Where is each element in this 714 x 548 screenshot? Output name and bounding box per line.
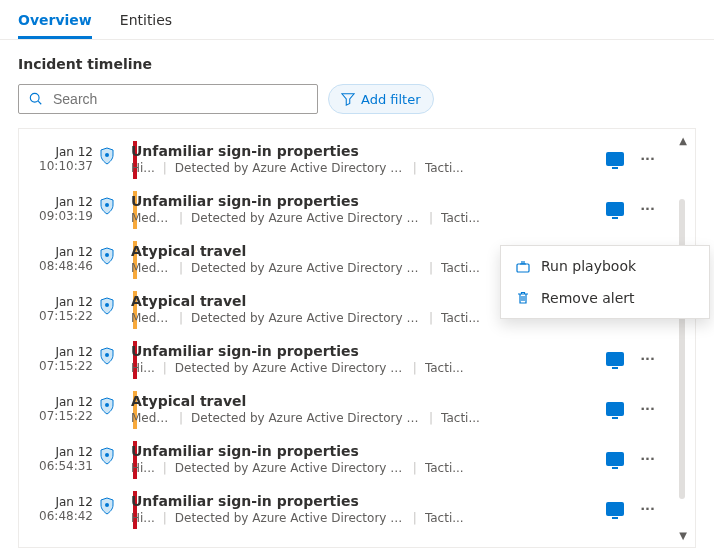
severity-text: Medi... [131,311,171,325]
tab-entities[interactable]: Entities [120,6,172,39]
tab-overview[interactable]: Overview [18,6,92,39]
menu-run-playbook[interactable]: Run playbook [501,250,709,282]
menu-remove-alert-label: Remove alert [541,290,635,306]
timestamp: Jan 1206:54:31 [33,441,99,473]
detected-by: Detected by Azure Active Directory Ident… [175,161,405,175]
machine-icon [606,402,624,416]
alert-meta: Hi...|Detected by Azure Active Directory… [131,461,606,475]
shield-icon [99,291,125,315]
svg-point-6 [105,353,109,357]
svg-point-4 [105,253,109,257]
more-actions-button[interactable]: ··· [636,401,659,416]
svg-point-3 [105,203,109,207]
detected-by: Detected by Azure Active Directory Ident… [175,511,405,525]
detected-by: Detected by Azure Active Directory Ident… [191,211,421,225]
svg-point-9 [105,503,109,507]
shield-icon [99,241,125,265]
svg-point-2 [105,153,109,157]
scroll-up-icon[interactable]: ▲ [679,135,687,146]
machine-icon [606,502,624,516]
svg-line-1 [38,101,41,104]
more-actions-button[interactable]: ··· [636,151,659,166]
scroll-down-icon[interactable]: ▼ [679,530,687,541]
timeline-row[interactable]: Jan 1206:48:42Unfamiliar sign-in propert… [29,485,663,535]
tactics: Tacti... [425,461,464,475]
context-menu: Run playbook Remove alert [500,245,710,319]
timeline-row[interactable]: Jan 1206:54:31Unfamiliar sign-in propert… [29,435,663,485]
svg-point-7 [105,403,109,407]
tactics: Tacti... [441,261,480,275]
timeline-panel: ▲ ▼ Jan 1210:10:37Unfamiliar sign-in pro… [18,128,696,548]
tactics: Tacti... [441,311,480,325]
alert-title: Unfamiliar sign-in properties [131,493,606,509]
shield-icon [99,391,125,415]
severity-text: Hi... [131,361,155,375]
svg-rect-10 [517,264,529,272]
timestamp: Jan 1206:48:42 [33,491,99,523]
tactics: Tacti... [441,211,480,225]
tactics: Tacti... [425,361,464,375]
detected-by: Detected by Azure Active Directory Ident… [191,411,421,425]
severity-text: Medi... [131,261,171,275]
timestamp: Jan 1207:15:22 [33,341,99,373]
machine-icon [606,202,624,216]
alert-meta: Medi...|Detected by Azure Active Directo… [131,211,606,225]
alert-meta: Hi...|Detected by Azure Active Directory… [131,161,606,175]
more-actions-button[interactable]: ··· [636,201,659,216]
timeline-row[interactable]: Jan 1207:15:22Atypical travelMedi...|Det… [29,385,663,435]
detected-by: Detected by Azure Active Directory Ident… [175,461,405,475]
search-box[interactable] [18,84,318,114]
search-input[interactable] [51,90,307,108]
add-filter-label: Add filter [361,92,421,107]
menu-remove-alert[interactable]: Remove alert [501,282,709,314]
detected-by: Detected by Azure Active Directory Ident… [191,261,421,275]
shield-icon [99,491,125,515]
detected-by: Detected by Azure Active Directory Ident… [175,361,405,375]
timestamp: Jan 1207:15:22 [33,391,99,423]
machine-icon [606,452,624,466]
tactics: Tacti... [425,511,464,525]
machine-icon [606,152,624,166]
svg-point-8 [105,453,109,457]
severity-text: Hi... [131,511,155,525]
timestamp: Jan 1207:15:22 [33,291,99,323]
alert-title: Unfamiliar sign-in properties [131,443,606,459]
tactics: Tacti... [441,411,480,425]
shield-icon [99,141,125,165]
timestamp: Jan 1210:10:37 [33,141,99,173]
alert-meta: Hi...|Detected by Azure Active Directory… [131,511,606,525]
playbook-icon [515,258,531,274]
search-icon [29,92,43,106]
severity-text: Hi... [131,161,155,175]
trash-icon [515,290,531,306]
scroll-track[interactable] [679,199,685,499]
add-filter-button[interactable]: Add filter [328,84,434,114]
svg-point-0 [30,93,39,102]
timeline-row[interactable]: Jan 1210:10:37Unfamiliar sign-in propert… [29,135,663,185]
shield-icon [99,341,125,365]
timestamp: Jan 1208:48:46 [33,241,99,273]
severity-text: Hi... [131,461,155,475]
alert-meta: Hi...|Detected by Azure Active Directory… [131,361,606,375]
severity-text: Medi... [131,211,171,225]
timeline-row[interactable]: Jan 1209:03:19Unfamiliar sign-in propert… [29,185,663,235]
tactics: Tacti... [425,161,464,175]
shield-icon [99,441,125,465]
alert-title: Unfamiliar sign-in properties [131,193,606,209]
alert-meta: Medi...|Detected by Azure Active Directo… [131,411,606,425]
more-actions-button[interactable]: ··· [636,451,659,466]
section-title: Incident timeline [18,56,696,72]
alert-title: Atypical travel [131,393,606,409]
more-actions-button[interactable]: ··· [636,351,659,366]
timestamp: Jan 1209:03:19 [33,191,99,223]
machine-icon [606,352,624,366]
timeline-rows: Jan 1210:10:37Unfamiliar sign-in propert… [19,135,695,535]
timeline-row[interactable]: Jan 1207:15:22Unfamiliar sign-in propert… [29,335,663,385]
tab-bar: Overview Entities [0,0,714,40]
detected-by: Detected by Azure Active Directory Ident… [191,311,421,325]
more-actions-button[interactable]: ··· [636,501,659,516]
alert-title: Unfamiliar sign-in properties [131,143,606,159]
shield-icon [99,191,125,215]
toolbar: Add filter [18,84,696,114]
alert-title: Unfamiliar sign-in properties [131,343,606,359]
